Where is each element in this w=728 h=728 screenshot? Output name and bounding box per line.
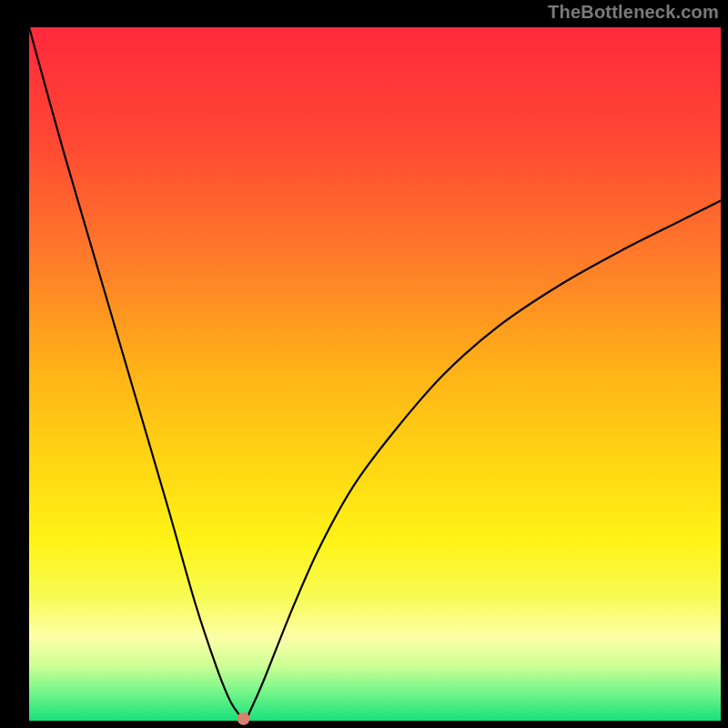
chart-frame: TheBottleneck.com [0,0,728,728]
bottleneck-chart [0,0,728,728]
plot-background [29,27,721,721]
optimal-point-marker [238,713,250,725]
watermark-text: TheBottleneck.com [548,2,719,23]
